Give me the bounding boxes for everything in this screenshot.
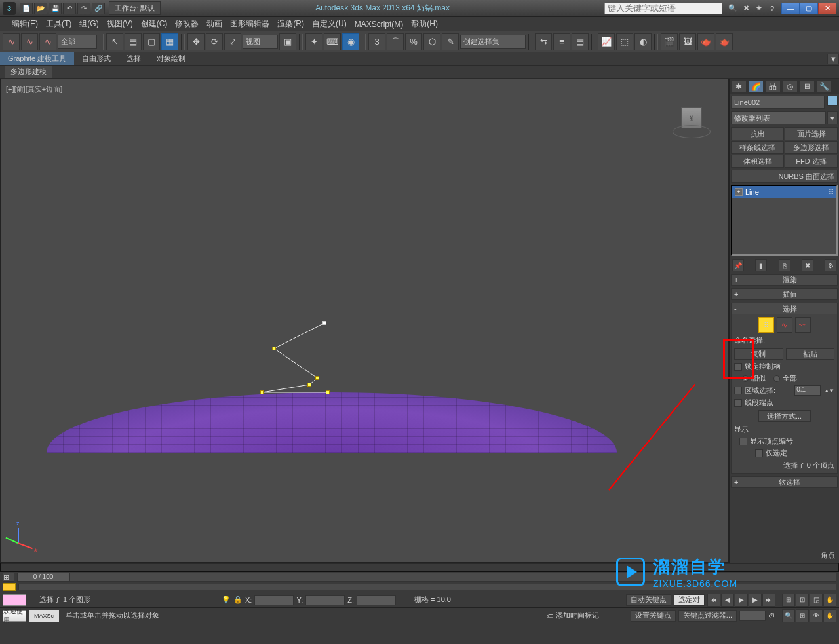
menu-create[interactable]: 创建(C) <box>141 18 168 29</box>
cp-tab-modify[interactable]: 🌈 <box>748 80 764 93</box>
render-prod-icon[interactable]: 🫖 <box>716 33 733 50</box>
select-by-button[interactable]: 选择方式... <box>758 410 811 422</box>
undo-icon[interactable]: ↶ <box>63 3 76 14</box>
cp-tab-hierarchy[interactable]: 品 <box>765 80 781 93</box>
segment-end-checkbox[interactable] <box>734 399 742 407</box>
layer-icon[interactable]: ▤ <box>572 33 589 50</box>
app-logo[interactable]: 3 <box>3 2 16 15</box>
percent-snap-icon[interactable]: % <box>405 33 422 50</box>
ribbon-tab-paint[interactable]: 对象绘制 <box>149 52 193 65</box>
show-vertex-num-checkbox[interactable] <box>739 438 747 445</box>
stack-item-line[interactable]: + Line ⠿ <box>732 186 836 198</box>
time-tag-icon[interactable]: 🏷 <box>546 612 553 620</box>
x-coord-input[interactable] <box>254 595 294 605</box>
spline-vertex[interactable] <box>272 347 276 350</box>
all-radio[interactable] <box>773 375 780 382</box>
cp-tab-motion[interactable]: ◎ <box>782 80 798 93</box>
modifier-stack[interactable]: + Line ⠿ <box>731 185 838 256</box>
key-filters-button[interactable]: 关键点过滤器... <box>678 610 737 622</box>
object-name-field[interactable]: Line002 <box>731 96 825 109</box>
curve-editor-icon[interactable]: 📈 <box>598 33 615 50</box>
move-icon[interactable]: ✥ <box>187 33 205 50</box>
menu-view[interactable]: 视图(V) <box>107 18 133 29</box>
open-file-icon[interactable]: 📂 <box>34 3 47 14</box>
edit-named-sel-icon[interactable]: ✎ <box>442 33 459 50</box>
spline-vertex[interactable] <box>260 390 264 394</box>
pin-stack-icon[interactable]: 📌 <box>732 259 744 271</box>
material-editor-icon[interactable]: ◐ <box>634 33 652 50</box>
ribbon-tab-graphite[interactable]: Graphite 建模工具 <box>0 52 74 65</box>
redo-curve-icon[interactable]: ∿ <box>21 33 38 50</box>
stack-item-menu-icon[interactable]: ⠿ <box>829 188 834 197</box>
area-select-spinner[interactable]: 0.1 <box>794 385 821 396</box>
ribbon-collapse-icon[interactable]: ▾ <box>827 54 839 64</box>
spline-vertex[interactable] <box>315 376 319 380</box>
maximize-button[interactable]: ▢ <box>800 3 818 14</box>
select-object-icon[interactable]: ↖ <box>106 33 123 50</box>
help-icon[interactable]: ? <box>767 3 777 14</box>
window-crossing-icon[interactable]: ▦ <box>161 33 178 50</box>
save-file-icon[interactable]: 💾 <box>49 3 62 14</box>
keyboard-shortcut-icon[interactable]: ⌨ <box>324 33 341 50</box>
rollout-header-soft-sel[interactable]: +软选择 <box>731 476 838 488</box>
mod-nurbs-sel[interactable]: NURBS 曲面选择 <box>731 170 838 183</box>
rect-select-icon[interactable]: ▢ <box>143 33 160 50</box>
lock-selection-icon[interactable]: 💡 <box>222 596 231 604</box>
menu-maxscript[interactable]: MAXScript(M) <box>355 20 404 29</box>
pan-icon[interactable]: ✋ <box>823 609 836 622</box>
binoculars-icon[interactable]: 🔍 <box>728 3 738 14</box>
rollout-header-interp[interactable]: +插值 <box>731 288 838 300</box>
viewport-nav-icon[interactable]: ⊞ <box>782 594 795 607</box>
next-frame-icon[interactable]: ▶ <box>749 594 762 607</box>
viewcube[interactable]: 前 <box>676 102 709 135</box>
z-coord-input[interactable] <box>357 595 396 605</box>
remove-mod-icon[interactable]: ✖ <box>802 259 813 271</box>
lock-icon[interactable]: 🔒 <box>233 596 243 604</box>
mod-ffd-sel[interactable]: FFD 选择 <box>785 155 838 168</box>
expand-icon[interactable]: + <box>735 188 743 196</box>
cp-tab-create[interactable]: ✱ <box>731 80 747 93</box>
unique-icon[interactable]: ⎘ <box>779 259 790 271</box>
cp-tab-utilities[interactable]: 🔧 <box>816 80 832 93</box>
menu-group[interactable]: 组(G) <box>79 18 98 29</box>
scale-icon[interactable]: ⤢ <box>224 33 241 50</box>
mirror-icon[interactable]: ⇆ <box>535 33 552 50</box>
time-config-icon[interactable]: ⏱ <box>768 612 775 620</box>
selected-obj-dropdown[interactable]: 选定对 <box>674 594 705 606</box>
angle-snap-icon[interactable]: ⌒ <box>387 33 404 50</box>
set-key-button[interactable]: 设置关键点 <box>631 610 676 622</box>
goto-end-icon[interactable]: ⏭ <box>762 594 775 607</box>
render-icon[interactable]: 🫖 <box>697 33 714 50</box>
menu-help[interactable]: 帮助(H) <box>411 18 438 29</box>
menu-animation[interactable]: 动画 <box>206 18 222 29</box>
schematic-icon[interactable]: ⬚ <box>616 33 633 50</box>
current-frame-input[interactable] <box>739 611 766 621</box>
configure-icon[interactable]: ⚙ <box>825 259 836 271</box>
menu-graph-editors[interactable]: 图形编辑器 <box>230 18 269 29</box>
ref-coord-dropdown[interactable]: 视图 <box>243 35 278 49</box>
vertex-subobj-button[interactable]: ⠿ <box>758 317 774 333</box>
show-end-icon[interactable]: ▮ <box>755 259 767 271</box>
select-manipulate-icon[interactable]: ✦ <box>305 33 322 50</box>
y-coord-input[interactable] <box>305 595 345 605</box>
help-search-input[interactable] <box>604 3 722 14</box>
similar-radio[interactable] <box>742 375 749 382</box>
snap-toggle-icon[interactable]: ◉ <box>342 33 359 50</box>
align-icon[interactable]: ≡ <box>553 33 570 50</box>
goto-start-icon[interactable]: ⏮ <box>707 594 720 607</box>
spline-vertex[interactable] <box>322 321 326 325</box>
add-time-tag-label[interactable]: 添加时间标记 <box>556 611 599 620</box>
menu-rendering[interactable]: 渲染(R) <box>277 18 304 29</box>
viewport-label[interactable]: [+][前][真实+边面] <box>6 85 62 94</box>
menu-tools[interactable]: 工具(T) <box>46 18 71 29</box>
render-setup-icon[interactable]: 🎬 <box>661 33 678 50</box>
ribbon-tab-select[interactable]: 选择 <box>119 52 149 65</box>
viewport-nav-icon[interactable]: ◲ <box>810 594 823 607</box>
ribbon-poly-modeling[interactable]: 多边形建模 <box>5 66 52 78</box>
mod-vol-sel[interactable]: 体积选择 <box>731 155 784 168</box>
selection-filter-dropdown[interactable]: 全部 <box>58 35 97 49</box>
status-swatch[interactable] <box>3 594 26 606</box>
track-key[interactable] <box>3 583 16 591</box>
object-color-swatch[interactable] <box>827 96 838 106</box>
exchange-icon[interactable]: ✖ <box>741 3 751 14</box>
